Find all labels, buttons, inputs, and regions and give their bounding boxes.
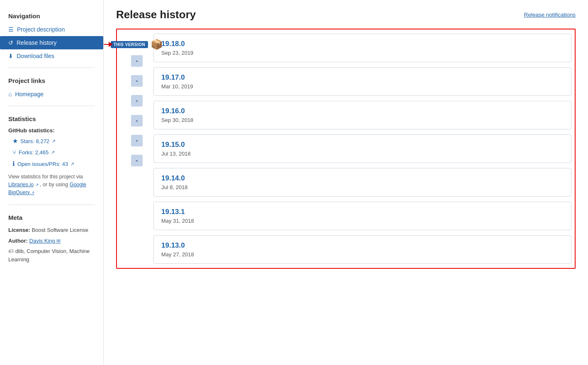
issues-stat[interactable]: ℹ Open issues/PRs: 43 ↗ [0, 158, 103, 170]
timeline-icon-1: ▪ [131, 55, 143, 67]
github-stats-label: GitHub statistics: [0, 126, 103, 135]
statistics-title: Statistics [0, 111, 103, 126]
release-version-6: 19.13.0 [161, 241, 564, 250]
stars-stat[interactable]: ★ Stars: 8,272 ↗ [0, 135, 103, 147]
this-version-badge: THIS VERSION [111, 41, 148, 48]
page-wrapper: Navigation ☰ Project description ↺ Relea… [0, 0, 588, 365]
sidebar-item-label: Homepage [15, 91, 44, 97]
timeline-icon-5: ▪ [131, 135, 143, 146]
cube-icon-5: ▪ [136, 137, 138, 144]
arrow-head [109, 42, 113, 47]
release-card-5[interactable]: 19.13.1 May 31, 2018 [153, 202, 571, 230]
release-version-0: 19.18.0 [161, 40, 564, 48]
release-entries: 19.18.0 Sep 23, 2019 19.17.0 Mar 10, 201… [153, 34, 571, 264]
release-card-6[interactable]: 19.13.0 May 27, 2018 [153, 235, 571, 264]
meta-title: Meta [0, 210, 103, 224]
release-card-4[interactable]: 19.14.0 Jul 8, 2018 [153, 168, 571, 197]
release-date-4: Jul 8, 2018 [161, 184, 564, 190]
external-link-icon: ↗ [52, 139, 56, 144]
list-icon: ☰ [8, 26, 14, 33]
libraries-io-link[interactable]: Libraries.io [8, 182, 34, 187]
author-link[interactable]: Davis King ✉ [29, 238, 61, 244]
cube-icon-1: ▪ [136, 58, 138, 64]
release-card-0[interactable]: 19.18.0 Sep 23, 2019 [153, 34, 571, 62]
tags-value: dlib, Computer Vision, Machine Learning [8, 248, 90, 263]
release-date-3: Jul 13, 2018 [161, 151, 564, 157]
external-link-icon: ↗ [70, 161, 74, 167]
sidebar-item-label: Project description [17, 26, 65, 33]
license-value: Boost Software License [32, 227, 88, 233]
release-date-6: May 27, 2018 [161, 251, 564, 258]
history-icon: ↺ [8, 39, 13, 46]
timeline-icon-4: ▪ [131, 115, 143, 127]
home-icon: ⌂ [8, 91, 12, 97]
release-notifications-link[interactable]: Release notifications [524, 12, 576, 18]
release-date-1: Mar 10, 2019 [161, 83, 564, 90]
author-label: Author: [8, 238, 28, 244]
fork-icon: ⑂ [12, 149, 16, 156]
tag-icon: 🏷 [8, 248, 14, 254]
main-header: Release history Release notifications [116, 8, 576, 21]
download-icon: ⬇ [8, 53, 13, 59]
license-label: License: [8, 227, 30, 233]
release-version-3: 19.15.0 [161, 141, 564, 149]
star-icon: ★ [12, 137, 18, 145]
divider-3 [8, 204, 95, 205]
release-date-0: Sep 23, 2019 [161, 50, 564, 56]
release-date-5: May 31, 2018 [161, 218, 564, 224]
divider-1 [8, 68, 95, 68]
release-version-1: 19.17.0 [161, 73, 564, 82]
sidebar: Navigation ☰ Project description ↺ Relea… [0, 0, 104, 365]
arrow-indicator [104, 42, 113, 47]
info-icon: ℹ [12, 160, 15, 168]
navigation-title: Navigation [0, 8, 103, 23]
cube-icon-3: ▪ [136, 97, 138, 104]
release-list-container: THIS VERSION 📦 ▪ ▪ ▪ ▪ ▪ ▪ 19.18.0 Sep 2… [116, 29, 576, 269]
cube-icon-4: ▪ [136, 117, 138, 124]
arrow-line [104, 44, 109, 45]
forks-stat[interactable]: ⑂ Forks: 2,465 ↗ [0, 147, 103, 158]
sidebar-item-label: Release history [17, 39, 57, 46]
release-version-2: 19.16.0 [161, 107, 564, 115]
issues-label: Open issues/PRs: 43 [17, 161, 68, 167]
cube-icon-6: ▪ [136, 157, 138, 164]
sidebar-item-project-description[interactable]: ☰ Project description [0, 23, 103, 36]
external-link-icon: ↗ [51, 150, 55, 155]
license-row: License: Boost Software License [8, 226, 95, 234]
cube-icon-2: ▪ [136, 78, 138, 84]
forks-label: Forks: 2,465 [19, 149, 49, 156]
stats-description: View statistics for this project via Lib… [0, 170, 103, 200]
main-content: Release history Release notifications TH… [104, 0, 588, 365]
release-card-3[interactable]: 19.15.0 Jul 13, 2018 [153, 134, 571, 163]
sidebar-item-download-files[interactable]: ⬇ Download files [0, 49, 103, 63]
project-links-title: Project links [0, 73, 103, 88]
page-title: Release history [116, 8, 196, 21]
meta-section: License: Boost Software License Author: … [0, 224, 103, 268]
divider-2 [8, 106, 95, 106]
sidebar-item-label: Download files [17, 53, 54, 59]
timeline-icon-6: ▪ [131, 155, 143, 166]
stars-label: Stars: 8,272 [20, 138, 49, 144]
external-link-icon-sm: ↗ [35, 182, 39, 187]
release-card-2[interactable]: 19.16.0 Sep 30, 2018 [153, 101, 571, 129]
release-card-1[interactable]: 19.17.0 Mar 10, 2019 [153, 67, 571, 96]
sidebar-item-release-history[interactable]: ↺ Release history [0, 36, 103, 49]
timeline-icon-2: ▪ [131, 75, 143, 87]
package-icon: 📦 [151, 39, 163, 50]
timeline-column: THIS VERSION 📦 ▪ ▪ ▪ ▪ ▪ ▪ [120, 34, 153, 264]
tags-row: 🏷 dlib, Computer Vision, Machine Learnin… [8, 247, 95, 263]
release-date-2: Sep 30, 2018 [161, 117, 564, 123]
author-row: Author: Davis King ✉ [8, 237, 95, 245]
release-version-4: 19.14.0 [161, 174, 564, 182]
release-version-5: 19.13.1 [161, 208, 564, 216]
mail-icon: ✉ [56, 238, 61, 244]
timeline-icon-3: ▪ [131, 95, 143, 107]
sidebar-item-homepage[interactable]: ⌂ Homepage [0, 88, 103, 101]
